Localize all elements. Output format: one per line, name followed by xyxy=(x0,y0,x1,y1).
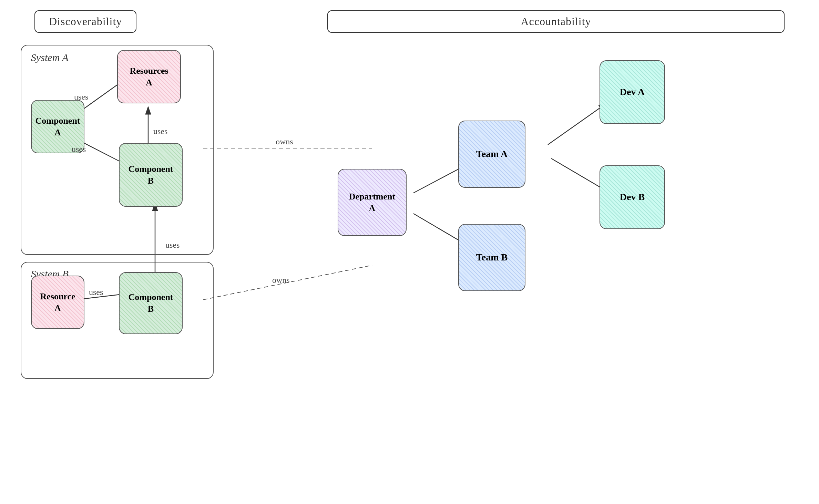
system-b-resource-a: ResourceA xyxy=(31,276,84,329)
system-a-component-b: ComponentB xyxy=(119,143,183,207)
owns-label-2: owns xyxy=(272,276,290,285)
accountability-header: Accountability xyxy=(327,10,785,33)
uses-label-2: uses xyxy=(72,145,86,154)
uses-label-1: uses xyxy=(74,92,88,102)
diagram-container: Discoverability System A ComponentA Reso… xyxy=(0,0,819,504)
system-a-label: System A xyxy=(31,52,69,63)
system-a-resources-a: ResourcesA xyxy=(117,50,181,103)
dev-a: Dev A xyxy=(600,60,665,124)
svg-line-9 xyxy=(548,103,606,145)
team-a: Team A xyxy=(458,121,525,188)
department-a: DepartmentA xyxy=(338,169,407,236)
uses-label-3: uses xyxy=(153,127,167,136)
team-b: Team B xyxy=(458,224,525,291)
owns-label-1: owns xyxy=(276,137,293,146)
system-b-component-b: ComponentB xyxy=(119,272,183,334)
dev-b: Dev B xyxy=(600,165,665,229)
uses-label-5: uses xyxy=(89,288,103,297)
discoverability-header: Discoverability xyxy=(34,10,136,33)
uses-label-4: uses xyxy=(165,240,180,250)
